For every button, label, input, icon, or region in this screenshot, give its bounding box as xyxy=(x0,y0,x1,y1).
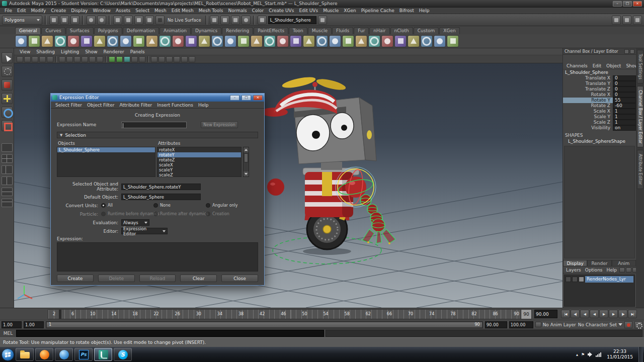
menu-item[interactable]: Help xyxy=(417,8,432,13)
viewport-toolbar-icon[interactable] xyxy=(151,56,157,62)
channel-value[interactable]: 1 xyxy=(613,120,636,125)
current-time-field[interactable] xyxy=(534,310,557,318)
expression-editor-menu-item[interactable]: Insert Functions xyxy=(154,103,196,108)
shelf-tab[interactable]: Dynamics xyxy=(191,27,221,34)
evaluation-dropdown[interactable]: Always xyxy=(121,219,149,226)
channel-name[interactable]: Rotate Z xyxy=(563,103,613,109)
selection-mask-icon[interactable] xyxy=(258,16,267,25)
animation-end-field[interactable] xyxy=(509,321,533,328)
expression-text-area[interactable] xyxy=(57,242,258,272)
shelf-icon[interactable] xyxy=(237,35,250,47)
paint-select-tool-icon[interactable] xyxy=(2,79,13,90)
expression-editor-button[interactable]: Close xyxy=(221,275,258,282)
channel-box-menu-item[interactable]: Channels xyxy=(565,63,590,68)
attributes-list-item[interactable]: scaleX xyxy=(157,162,241,167)
attributes-list-item[interactable]: scaleZ xyxy=(157,172,241,177)
viewport-toolbar-icon[interactable] xyxy=(32,56,38,62)
shelf-tab[interactable]: Custom xyxy=(414,27,439,34)
viewport-toolbar-icon[interactable] xyxy=(174,56,180,62)
snap-to-curve-icon[interactable] xyxy=(124,16,133,25)
layer-editor-tab[interactable]: Render xyxy=(587,260,611,266)
shelf-tab[interactable]: Surfaces xyxy=(66,27,94,34)
close-panel-icon[interactable] xyxy=(630,49,634,54)
menu-item[interactable]: File xyxy=(2,8,15,13)
shelf-tab[interactable]: Curves xyxy=(41,27,65,34)
scrollbar-track[interactable] xyxy=(244,152,249,171)
go-to-end-button[interactable]: ▶| xyxy=(628,310,637,318)
expression-editor-button[interactable]: Delete xyxy=(98,275,135,282)
expression-editor-menu-item[interactable]: Help xyxy=(196,103,211,108)
step-forward-frame-button[interactable]: ▶ xyxy=(609,310,618,318)
channel-value[interactable]: 0 xyxy=(613,86,636,92)
shelf-icon[interactable] xyxy=(394,35,407,47)
shelf-icon[interactable] xyxy=(146,35,158,47)
expression-editor-titlebar[interactable]: Expression Editor – □ × xyxy=(51,94,264,102)
shelf-icon[interactable] xyxy=(368,35,380,47)
viewport-toolbar-icon[interactable] xyxy=(109,56,115,62)
attributes-list-item[interactable]: rotateY xyxy=(157,152,241,157)
expression-editor-button[interactable]: Clear xyxy=(180,275,217,282)
layout-single-pane-button[interactable] xyxy=(2,143,13,152)
menu-item[interactable]: Display xyxy=(68,8,90,13)
viewport-toolbar-icon[interactable] xyxy=(116,56,123,62)
shelf-icon[interactable] xyxy=(251,35,263,47)
shelf-icon[interactable] xyxy=(277,35,289,47)
radio-button-icon[interactable] xyxy=(153,203,158,208)
shelf-icon[interactable] xyxy=(28,35,40,47)
shelf-icon[interactable] xyxy=(133,35,145,47)
quick-select-options-icon[interactable] xyxy=(318,16,327,25)
channel-box-menu-item[interactable]: Object xyxy=(604,63,623,68)
viewport-toolbar-icon[interactable] xyxy=(89,56,96,62)
panel-menu-item[interactable]: Panels xyxy=(128,49,147,54)
command-line-input[interactable] xyxy=(16,330,324,337)
channel-value[interactable]: 1 xyxy=(613,114,636,120)
blue-globe-taskbar-icon[interactable] xyxy=(55,348,73,361)
radio-button-icon[interactable] xyxy=(101,203,106,208)
layer-editor-menu-item[interactable]: Layers xyxy=(565,267,583,273)
volume-icon[interactable] xyxy=(588,352,593,357)
viewport-toolbar-icon[interactable] xyxy=(158,56,165,62)
shelf-icon[interactable] xyxy=(224,35,236,47)
file-open-icon[interactable] xyxy=(60,16,69,25)
viewport-toolbar-icon[interactable] xyxy=(59,56,65,62)
layer-row[interactable]: RenderNodes_Lyr xyxy=(565,276,634,283)
scale-tool-icon[interactable] xyxy=(2,120,13,131)
channel-name[interactable]: Rotate Y xyxy=(563,98,613,103)
maximize-button[interactable]: □ xyxy=(242,95,251,101)
expression-editor-menu-item[interactable]: Attribute Filter xyxy=(117,103,154,108)
shelf-icon[interactable] xyxy=(329,35,341,47)
select-tool-icon[interactable] xyxy=(2,52,13,63)
layout-four-pane-button[interactable] xyxy=(2,154,13,163)
minimize-button[interactable]: – xyxy=(230,95,239,101)
redo-icon[interactable] xyxy=(97,16,106,25)
shelf-icon[interactable] xyxy=(211,35,223,47)
layout-persp-graph-button[interactable] xyxy=(2,199,13,207)
snap-to-point-icon[interactable] xyxy=(134,16,143,25)
channel-value[interactable]: 0 xyxy=(613,92,636,98)
playback-end-field[interactable] xyxy=(485,321,507,328)
quick-selection-input[interactable] xyxy=(268,16,316,24)
menu-item[interactable]: Edit UVs xyxy=(296,8,320,13)
attributes-list-item[interactable]: rotateZ xyxy=(157,157,241,162)
attributes-scrollbar[interactable] xyxy=(243,147,249,177)
channel-row[interactable]: Rotate X 0 xyxy=(563,92,636,98)
snap-to-grid-icon[interactable] xyxy=(113,16,122,25)
range-slider[interactable]: 1 90 xyxy=(46,321,483,328)
shelf-tab[interactable]: Toon xyxy=(289,27,307,34)
firefox-taskbar-icon[interactable] xyxy=(35,348,53,361)
layout-persp-outliner-button[interactable] xyxy=(2,165,13,174)
shelf-icon[interactable] xyxy=(172,35,184,47)
shelf-tab[interactable]: Fluids xyxy=(332,27,353,34)
viewport-toolbar-icon[interactable] xyxy=(39,56,46,62)
shelf-icon[interactable] xyxy=(447,35,459,47)
snap-to-plane-icon[interactable] xyxy=(145,16,154,25)
shelf-tab[interactable]: Animation xyxy=(159,27,191,34)
channel-box-object-name[interactable]: L_Shoulder_Sphere xyxy=(563,69,636,75)
menu-item[interactable]: Create UVs xyxy=(266,8,296,13)
shelf-icon[interactable] xyxy=(41,35,53,47)
scroll-up-icon[interactable] xyxy=(244,147,249,152)
shelf-icon[interactable] xyxy=(342,35,354,47)
menu-item[interactable]: Edit xyxy=(15,8,28,13)
shelf-icon[interactable] xyxy=(408,35,420,47)
render-settings-icon[interactable] xyxy=(242,16,251,25)
